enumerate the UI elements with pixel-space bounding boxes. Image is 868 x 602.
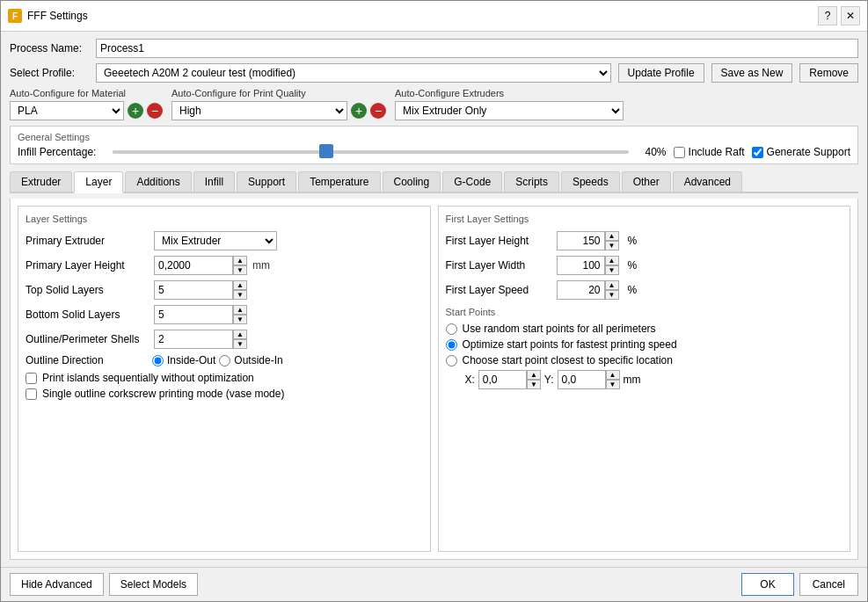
first-layer-speed-input[interactable] — [557, 280, 605, 300]
tab-cooling[interactable]: Cooling — [383, 171, 441, 192]
tab-infill[interactable]: Infill — [193, 171, 235, 192]
infill-percent-value: 40% — [636, 146, 667, 158]
extruder-select[interactable]: Mix Extruder Only — [395, 101, 624, 120]
first-layer-settings-title: First Layer Settings — [446, 214, 843, 224]
right-panel: First Layer Settings First Layer Height … — [438, 206, 851, 552]
print-islands-label: Print islands sequentially without optim… — [42, 372, 254, 384]
outside-in-radio[interactable] — [219, 355, 230, 366]
outline-shells-up[interactable]: ▲ — [233, 330, 247, 339]
fl-width-down[interactable]: ▼ — [605, 265, 619, 275]
main-window: F FFF Settings ? ✕ Process Name: Select … — [0, 0, 868, 602]
layer-settings-title: Layer Settings — [26, 214, 423, 224]
first-layer-width-input[interactable] — [557, 256, 605, 275]
select-models-button[interactable]: Select Models — [109, 573, 198, 596]
tab-advanced[interactable]: Advanced — [673, 171, 742, 192]
fl-height-up[interactable]: ▲ — [605, 231, 619, 241]
outline-direction-label: Outline Direction — [26, 354, 149, 366]
outline-shells-input[interactable] — [154, 330, 233, 349]
quality-label: Auto-Configure for Print Quality — [171, 88, 386, 98]
y-down[interactable]: ▼ — [606, 380, 620, 389]
start-points-option3-row: Choose start point closest to specific l… — [446, 354, 843, 366]
include-raft-label: Include Raft — [689, 146, 745, 158]
tab-other[interactable]: Other — [622, 171, 671, 192]
quality-select[interactable]: High — [171, 101, 347, 120]
ok-button[interactable]: OK — [741, 573, 793, 596]
start-points-section: Start Points Use random start points for… — [446, 307, 843, 389]
help-button[interactable]: ? — [818, 6, 837, 25]
top-solid-layers-input[interactable] — [154, 280, 233, 300]
layer-height-down[interactable]: ▼ — [233, 265, 247, 275]
tab-additions[interactable]: Additions — [125, 171, 191, 192]
bottom-solid-layers-input[interactable] — [154, 305, 233, 324]
remove-material-button[interactable]: − — [147, 103, 163, 119]
cancel-button[interactable]: Cancel — [799, 573, 858, 596]
update-profile-button[interactable]: Update Profile — [618, 63, 704, 83]
tab-speeds[interactable]: Speeds — [561, 171, 620, 192]
outside-in-label: Outside-In — [234, 354, 282, 366]
add-material-button[interactable]: + — [128, 103, 143, 119]
first-layer-height-input[interactable] — [557, 231, 605, 250]
fl-height-down[interactable]: ▼ — [605, 241, 619, 250]
top-solid-layers-row: Top Solid Layers ▲ ▼ — [26, 280, 423, 300]
generate-support-label: Generate Support — [767, 146, 850, 158]
first-layer-speed-row: First Layer Speed ▲ ▼ % — [446, 280, 843, 300]
general-settings-panel: General Settings Infill Percentage: 40% … — [10, 126, 858, 164]
print-islands-checkbox[interactable] — [26, 373, 37, 384]
bottom-solid-down[interactable]: ▼ — [233, 315, 247, 324]
process-name-label: Process Name: — [10, 42, 89, 54]
single-outline-checkbox[interactable] — [26, 388, 37, 400]
slider-fill — [113, 150, 319, 154]
slider-track — [113, 150, 629, 154]
generate-support-checkbox[interactable] — [752, 147, 763, 158]
material-label: Auto-Configure for Material — [10, 88, 163, 98]
remove-button[interactable]: Remove — [799, 63, 858, 83]
bottom-solid-up[interactable]: ▲ — [233, 305, 247, 315]
tab-support[interactable]: Support — [237, 171, 296, 192]
tab-content: Layer Settings Primary Extruder Mix Extr… — [10, 199, 858, 560]
x-label: X: — [465, 374, 475, 386]
tab-layer[interactable]: Layer — [74, 171, 123, 193]
title-bar: F FFF Settings ? ✕ — [1, 1, 867, 32]
top-solid-down[interactable]: ▼ — [233, 290, 247, 300]
tabs-bar: Extruder Layer Additions Infill Support … — [10, 170, 858, 193]
fl-width-up[interactable]: ▲ — [605, 256, 619, 265]
tab-temperature[interactable]: Temperature — [298, 171, 380, 192]
general-settings-title: General Settings — [18, 132, 850, 142]
slider-thumb[interactable] — [319, 144, 333, 158]
process-name-row: Process Name: — [10, 39, 858, 58]
x-input[interactable] — [478, 370, 527, 389]
primary-extruder-select[interactable]: Mix Extruder — [154, 231, 277, 250]
y-up[interactable]: ▲ — [606, 370, 620, 380]
first-layer-width-label: First Layer Width — [446, 259, 551, 272]
add-quality-button[interactable]: + — [351, 103, 367, 119]
x-up[interactable]: ▲ — [527, 370, 541, 380]
outline-shells-row: Outline/Perimeter Shells ▲ ▼ — [26, 330, 423, 349]
top-solid-up[interactable]: ▲ — [233, 280, 247, 290]
material-select[interactable]: PLA — [10, 101, 124, 120]
outline-shells-down[interactable]: ▼ — [233, 339, 247, 349]
fl-speed-up[interactable]: ▲ — [605, 280, 619, 290]
tab-scripts[interactable]: Scripts — [504, 171, 559, 192]
close-button[interactable]: ✕ — [841, 6, 860, 25]
layer-height-up[interactable]: ▲ — [233, 256, 247, 265]
process-name-input[interactable] — [96, 39, 858, 58]
y-input[interactable] — [558, 370, 606, 389]
x-down[interactable]: ▼ — [527, 380, 541, 389]
infill-label: Infill Percentage: — [18, 146, 106, 158]
primary-extruder-label: Primary Extruder — [26, 235, 149, 247]
inside-out-radio[interactable] — [152, 355, 164, 366]
tab-gcode[interactable]: G-Code — [442, 171, 502, 192]
layer-height-input[interactable] — [154, 256, 233, 275]
auto-configure-quality: Auto-Configure for Print Quality High + … — [171, 88, 386, 120]
sp-closest-radio[interactable] — [446, 355, 457, 366]
profile-select[interactable]: Geeetech A20M 2 couleur test (modified) — [96, 63, 611, 83]
tab-extruder[interactable]: Extruder — [10, 171, 72, 192]
remove-quality-button[interactable]: − — [370, 103, 386, 119]
save-as-new-button[interactable]: Save as New — [711, 63, 793, 83]
print-islands-row: Print islands sequentially without optim… — [26, 372, 423, 384]
include-raft-checkbox[interactable] — [674, 147, 685, 158]
fl-speed-down[interactable]: ▼ — [605, 290, 619, 300]
sp-optimize-radio[interactable] — [446, 339, 457, 351]
sp-random-radio[interactable] — [446, 323, 457, 335]
hide-advanced-button[interactable]: Hide Advanced — [10, 573, 104, 596]
